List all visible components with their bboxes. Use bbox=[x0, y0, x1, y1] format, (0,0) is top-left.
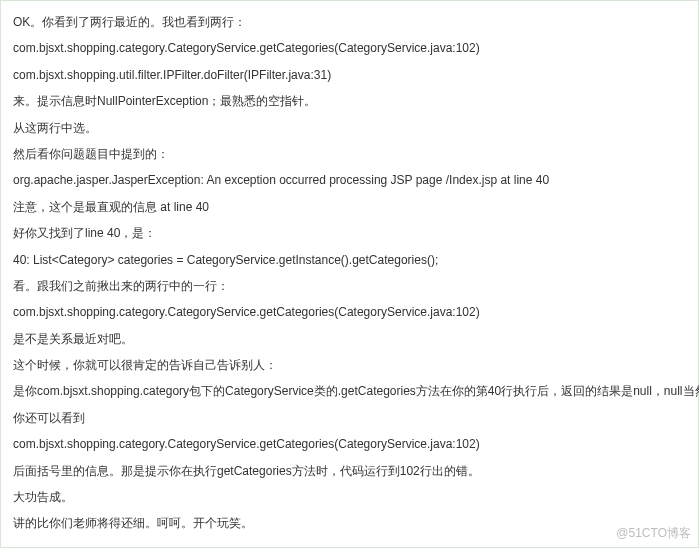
text-line: OK。你看到了两行最近的。我也看到两行： bbox=[13, 9, 686, 35]
text-line: 40: List<Category> categories = Category… bbox=[13, 247, 686, 273]
document-content: OK。你看到了两行最近的。我也看到两行： com.bjsxt.shopping.… bbox=[0, 0, 699, 548]
text-line: 这个时候，你就可以很肯定的告诉自己告诉别人： bbox=[13, 352, 686, 378]
text-line: org.apache.jasper.JasperException: An ex… bbox=[13, 167, 686, 193]
text-line: 你还可以看到 bbox=[13, 405, 686, 431]
text-line: 好你又找到了line 40，是： bbox=[13, 220, 686, 246]
text-line: 从这两行中选。 bbox=[13, 115, 686, 141]
watermark: @51CTO博客 bbox=[616, 525, 691, 542]
text-line: com.bjsxt.shopping.category.CategoryServ… bbox=[13, 35, 686, 61]
text-line: 大功告成。 bbox=[13, 484, 686, 510]
text-line: 是不是关系最近对吧。 bbox=[13, 326, 686, 352]
text-line: 注意，这个是最直观的信息 at line 40 bbox=[13, 194, 686, 220]
text-line: com.bjsxt.shopping.category.CategoryServ… bbox=[13, 431, 686, 457]
text-line: 讲的比你们老师将得还细。呵呵。开个玩笑。 bbox=[13, 510, 686, 536]
text-line: 看。跟我们之前揪出来的两行中的一行： bbox=[13, 273, 686, 299]
text-line: 后面括号里的信息。那是提示你在执行getCategories方法时，代码运行到1… bbox=[13, 458, 686, 484]
text-line: 然后看你问题题目中提到的： bbox=[13, 141, 686, 167]
text-line: 是你com.bjsxt.shopping.category包下的Category… bbox=[13, 378, 686, 404]
text-line: com.bjsxt.shopping.category.CategoryServ… bbox=[13, 299, 686, 325]
text-line: com.bjsxt.shopping.util.filter.IPFilter.… bbox=[13, 62, 686, 88]
text-line: 来。提示信息时NullPointerException；最熟悉的空指针。 bbox=[13, 88, 686, 114]
